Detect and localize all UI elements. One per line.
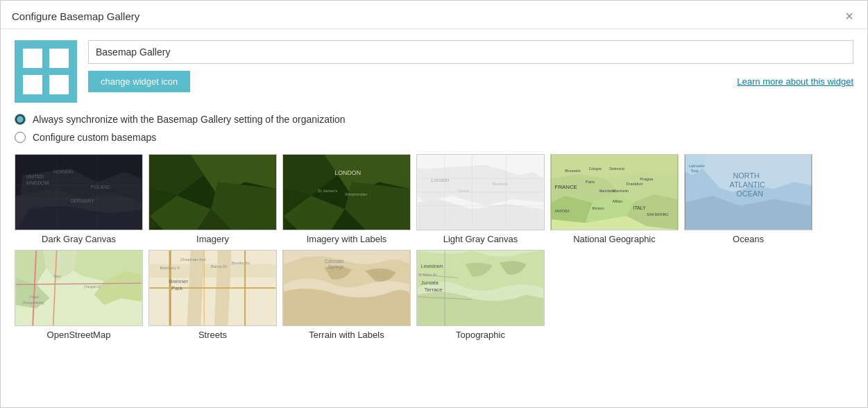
change-icon-button[interactable]: change widget icon bbox=[88, 71, 190, 92]
basemap-thumb-light-gray-canvas: LondonDoverBrussels bbox=[416, 154, 545, 230]
svg-text:Brenner: Brenner bbox=[169, 278, 188, 284]
svg-text:NORWAY: NORWAY bbox=[53, 169, 74, 174]
widget-icon-grid bbox=[15, 40, 77, 103]
basemap-item-streets[interactable]: Bambury AChapman AveBarne DrBrooks AvBre… bbox=[148, 250, 277, 340]
close-button[interactable]: × bbox=[842, 9, 856, 23]
svg-text:S Main St: S Main St bbox=[419, 273, 437, 277]
svg-text:ANDORA: ANDORA bbox=[555, 210, 570, 213]
svg-text:Labrador: Labrador bbox=[689, 164, 706, 168]
basemap-label-topographic: Topographic bbox=[456, 330, 505, 340]
widget-icon-cell-2 bbox=[49, 49, 69, 68]
svg-text:Sea: Sea bbox=[691, 169, 699, 173]
widget-config-row: change widget icon Learn more about this… bbox=[15, 40, 853, 103]
widget-icon-box bbox=[15, 40, 77, 103]
widget-icon-cell-1 bbox=[23, 49, 42, 68]
basemap-label-streets: Streets bbox=[198, 330, 227, 340]
basemap-label-light-gray-canvas: Light Gray Canvas bbox=[443, 234, 518, 244]
svg-text:Lewistown: Lewistown bbox=[421, 264, 443, 269]
sync-label: Always synchronize with the Basemap Gall… bbox=[33, 114, 346, 125]
basemap-item-imagery[interactable]: Imagery bbox=[148, 154, 277, 244]
svg-text:FRANCE: FRANCE bbox=[555, 184, 577, 190]
basemap-grid-row2: (Yearn(Yangwodong)Yeon(Yangdo D)OpenStre… bbox=[15, 250, 853, 340]
svg-text:Park: Park bbox=[171, 285, 182, 291]
svg-text:Prague: Prague bbox=[640, 177, 653, 181]
svg-text:Monaco: Monaco bbox=[593, 207, 605, 210]
svg-text:SAN MARINO: SAN MARINO bbox=[647, 213, 668, 216]
svg-text:Paris: Paris bbox=[586, 180, 595, 184]
svg-text:Mannheim: Mannheim bbox=[613, 189, 629, 193]
learn-more-link[interactable]: Learn more about this widget bbox=[737, 76, 853, 87]
svg-text:Brussels: Brussels bbox=[565, 169, 581, 173]
basemap-item-openstreetmap[interactable]: (Yearn(Yangwodong)Yeon(Yangdo D)OpenStre… bbox=[15, 250, 143, 340]
svg-text:GERMANY: GERMANY bbox=[70, 198, 94, 203]
svg-text:Colorado: Colorado bbox=[325, 259, 344, 264]
basemap-label-national-geographic: National Geographic bbox=[573, 234, 656, 244]
radio-group: Always synchronize with the Basemap Gall… bbox=[15, 114, 853, 143]
basemap-label-oceans: Oceans bbox=[733, 234, 764, 244]
basemap-section: UNITEDKINGDOMNORWAYPOLANDGERMANYDark Gra… bbox=[15, 154, 853, 340]
svg-text:Springs: Springs bbox=[328, 264, 345, 270]
basemap-thumb-terrain-labels: ColoradoSprings bbox=[282, 250, 411, 326]
sync-radio-row: Always synchronize with the Basemap Gall… bbox=[15, 114, 853, 125]
basemap-thumb-topographic: LewistownJuniataTerraceS Main St bbox=[416, 250, 545, 326]
basemap-item-imagery-labels[interactable]: LONDONSt James'sWestminsterImagery with … bbox=[282, 154, 411, 244]
svg-text:Juniata: Juniata bbox=[421, 280, 439, 286]
svg-text:Chapman Ave: Chapman Ave bbox=[180, 257, 206, 262]
svg-text:Bambury A: Bambury A bbox=[160, 266, 180, 270]
svg-text:Yeon: Yeon bbox=[53, 275, 61, 278]
svg-text:(Yangwodong): (Yangwodong) bbox=[23, 301, 45, 305]
svg-text:KINGDOM: KINGDOM bbox=[26, 180, 49, 185]
basemap-item-topographic[interactable]: LewistownJuniataTerraceS Main StTopograp… bbox=[416, 250, 545, 340]
basemap-item-light-gray-canvas[interactable]: LondonDoverBrusselsLight Gray Canvas bbox=[416, 154, 545, 244]
widget-right: change widget icon Learn more about this… bbox=[88, 40, 853, 92]
dialog-body: change widget icon Learn more about this… bbox=[1, 29, 867, 357]
svg-text:LONDON: LONDON bbox=[334, 169, 361, 176]
basemap-item-terrain-labels[interactable]: ColoradoSpringsTerrain with Labels bbox=[282, 250, 411, 340]
svg-text:UNITED: UNITED bbox=[26, 174, 44, 179]
svg-text:St James's: St James's bbox=[318, 189, 338, 193]
svg-text:(Yearn: (Yearn bbox=[29, 296, 40, 299]
svg-text:Dortmund: Dortmund bbox=[609, 167, 624, 171]
sync-radio[interactable] bbox=[15, 114, 26, 125]
svg-text:Terrace: Terrace bbox=[425, 287, 443, 293]
basemap-thumb-oceans: NORTHATLANTICOCEANLabradorSea bbox=[684, 154, 812, 230]
basemap-thumb-national-geographic: BrusselsFRANCEParisFrankfurtPragueMilanM… bbox=[550, 154, 679, 230]
svg-text:Frankfurt: Frankfurt bbox=[627, 182, 643, 186]
basemap-item-dark-gray-canvas[interactable]: UNITEDKINGDOMNORWAYPOLANDGERMANYDark Gra… bbox=[15, 154, 143, 244]
custom-label: Configure custom basemaps bbox=[33, 132, 156, 143]
basemap-label-openstreetmap: OpenStreetMap bbox=[47, 330, 111, 340]
dialog-title: Configure Basemap Gallery bbox=[12, 10, 139, 22]
svg-text:POLAND: POLAND bbox=[91, 185, 110, 189]
basemap-thumb-streets: Bambury AChapman AveBarne DrBrooks AvBre… bbox=[148, 250, 277, 326]
widget-actions: change widget icon Learn more about this… bbox=[88, 71, 853, 92]
svg-text:Dover: Dover bbox=[459, 189, 470, 193]
basemap-grid-row1: UNITEDKINGDOMNORWAYPOLANDGERMANYDark Gra… bbox=[15, 154, 853, 244]
svg-text:Milan: Milan bbox=[613, 199, 622, 203]
basemap-thumb-imagery-labels: LONDONSt James'sWestminster bbox=[282, 154, 411, 230]
basemap-thumb-openstreetmap: (Yearn(Yangwodong)Yeon(Yangdo D) bbox=[15, 250, 143, 326]
widget-icon-cell-3 bbox=[23, 75, 42, 94]
svg-text:NORTH: NORTH bbox=[733, 171, 759, 180]
svg-text:Westminster: Westminster bbox=[345, 192, 368, 196]
dialog-header: Configure Basemap Gallery × bbox=[1, 1, 867, 29]
basemap-item-national-geographic[interactable]: BrusselsFRANCEParisFrankfurtPragueMilanM… bbox=[550, 154, 679, 244]
widget-icon-cell-4 bbox=[49, 75, 69, 94]
basemap-label-imagery: Imagery bbox=[196, 234, 229, 244]
svg-text:London: London bbox=[431, 177, 449, 183]
basemap-label-imagery-labels: Imagery with Labels bbox=[307, 234, 387, 244]
basemap-thumb-dark-gray-canvas: UNITEDKINGDOMNORWAYPOLANDGERMANY bbox=[15, 154, 143, 230]
configure-basemap-dialog: Configure Basemap Gallery × change widge… bbox=[0, 0, 868, 408]
svg-text:Cologne: Cologne bbox=[589, 167, 602, 171]
custom-radio[interactable] bbox=[15, 132, 26, 143]
svg-text:ATLANTIC: ATLANTIC bbox=[730, 180, 766, 189]
basemap-thumb-imagery bbox=[148, 154, 277, 230]
custom-radio-row: Configure custom basemaps bbox=[15, 132, 853, 143]
svg-text:Brooks Av: Brooks Av bbox=[232, 261, 250, 265]
widget-name-input[interactable] bbox=[88, 40, 853, 64]
basemap-label-terrain-labels: Terrain with Labels bbox=[309, 330, 384, 340]
svg-text:Brussels: Brussels bbox=[493, 182, 509, 186]
basemap-item-oceans[interactable]: NORTHATLANTICOCEANLabradorSeaOceans bbox=[684, 154, 812, 244]
svg-text:ITALY: ITALY bbox=[633, 205, 646, 210]
basemap-label-dark-gray-canvas: Dark Gray Canvas bbox=[42, 234, 116, 244]
svg-text:Barne Dr: Barne Dr bbox=[211, 264, 228, 269]
